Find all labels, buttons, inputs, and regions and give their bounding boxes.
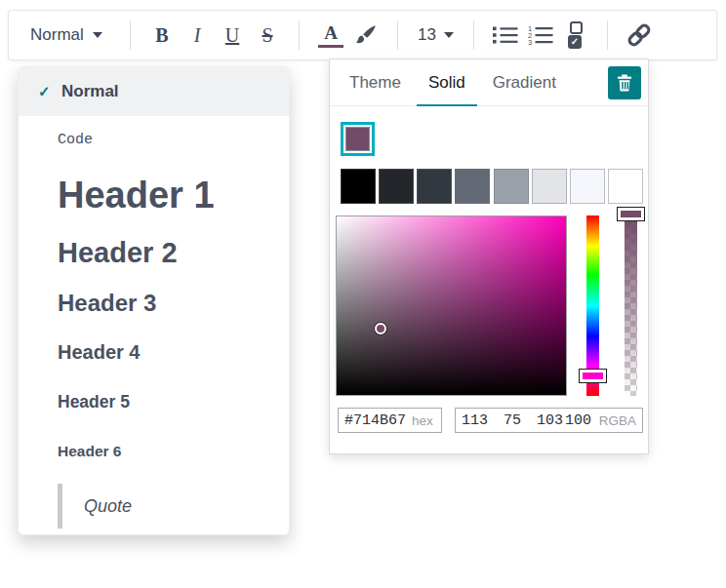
hex-suffix-label: hex [412,413,433,428]
palette-swatch[interactable] [608,169,643,204]
color-picker-popup: Theme Solid Gradient #7 [329,59,649,454]
saturation-value-area[interactable] [336,216,567,396]
palette-swatch[interactable] [455,169,490,204]
style-menu-item-header6[interactable]: Header 6 [19,426,289,476]
style-menu-item-header4[interactable]: Header 4 [19,328,289,377]
bullet-list-icon [493,25,518,45]
caret-down-icon [444,32,454,38]
palette-swatch[interactable] [379,169,414,204]
style-menu-item-quote[interactable]: Quote [19,476,289,535]
hex-input[interactable]: #714B67 hex [338,408,442,433]
alpha-value: 100 [565,412,591,429]
style-menu-item-label: Header 5 [58,392,130,412]
bold-button[interactable]: B [144,18,180,53]
palette-swatch[interactable] [417,169,452,204]
opacity-slider[interactable] [625,216,637,396]
gray-palette-row [341,169,643,204]
reset-color-button[interactable] [608,66,641,99]
underline-button[interactable]: U [215,18,250,53]
opacity-gradient-overlay [625,216,637,396]
hex-value: #714B67 [344,412,406,429]
numbered-list-button[interactable]: 1 2 3 [523,18,558,53]
check-icon: ✓ [38,83,61,100]
style-menu-item-label: Quote [84,496,132,517]
style-menu-item-header3[interactable]: Header 3 [19,278,289,328]
bullet-list-button[interactable] [488,18,523,53]
tab-solid[interactable]: Solid [424,59,469,105]
strikethrough-button[interactable]: S [250,18,285,53]
style-menu-item-label: Normal [61,82,119,101]
palette-swatch[interactable] [494,169,529,204]
saturation-cursor[interactable] [375,323,386,334]
style-menu-item-label: Header 2 [58,237,178,269]
style-menu-item-label: Header 1 [58,175,215,216]
paragraph-style-dropdown[interactable]: Normal [22,25,116,45]
style-menu-item-label: Code [58,132,93,148]
brush-icon [355,24,377,46]
style-menu-item-label: Header 3 [58,290,156,317]
color-picker-tabs: Theme Solid Gradient [330,59,648,106]
link-icon [625,23,653,47]
hue-slider-handle[interactable] [580,370,606,382]
font-size-dropdown[interactable]: 13 [412,25,460,45]
style-menu-item-code[interactable]: Code [19,116,289,163]
paragraph-style-menu: ✓ Normal Code Header 1 Header 2 Header 3… [18,66,290,535]
svg-text:3: 3 [528,38,532,46]
style-menu-item-header2[interactable]: Header 2 [19,227,289,278]
checkbox-checked-icon: ✓ [568,35,582,49]
checklist-button[interactable]: ✓ [558,18,593,53]
editor-toolbar: Normal B I U S A 13 1 2 3 [8,10,717,60]
style-menu-item-header1[interactable]: Header 1 [19,163,289,227]
caret-down-icon [93,32,102,38]
toolbar-separator [299,20,300,50]
tab-gradient[interactable]: Gradient [489,59,560,105]
toolbar-separator [130,20,131,50]
rgba-input[interactable]: 113 75 103 100 RGBA [455,408,643,433]
paragraph-style-value: Normal [30,25,84,45]
opacity-slider-handle[interactable] [618,208,644,220]
font-color-letter: A [324,23,338,42]
style-menu-item-label: Header 6 [58,443,121,460]
font-size-value: 13 [418,25,436,45]
font-color-button[interactable]: A [313,18,348,53]
palette-swatch[interactable] [532,169,567,204]
highlight-color-button[interactable] [348,18,383,53]
italic-button[interactable]: I [180,18,215,53]
palette-swatch[interactable] [570,169,605,204]
style-menu-item-header5[interactable]: Header 5 [19,377,289,426]
style-menu-item-normal[interactable]: ✓ Normal [19,67,289,116]
rgb-value: 113 75 103 [462,412,563,429]
quote-bar [58,484,62,529]
style-menu-item-label: Header 4 [58,341,141,364]
font-color-swatch-bar [318,45,343,48]
toolbar-separator [397,20,398,50]
palette-swatch[interactable] [341,169,376,204]
link-button[interactable] [622,18,657,53]
toolbar-separator [607,20,608,50]
checkbox-empty-icon [570,21,583,34]
trash-icon [617,74,632,92]
selected-color-swatch[interactable] [341,122,375,156]
numbered-list-icon: 1 2 3 [528,24,553,46]
toolbar-separator [473,20,474,50]
rgba-suffix-label: RGBA [599,413,636,428]
tab-theme[interactable]: Theme [345,59,405,105]
